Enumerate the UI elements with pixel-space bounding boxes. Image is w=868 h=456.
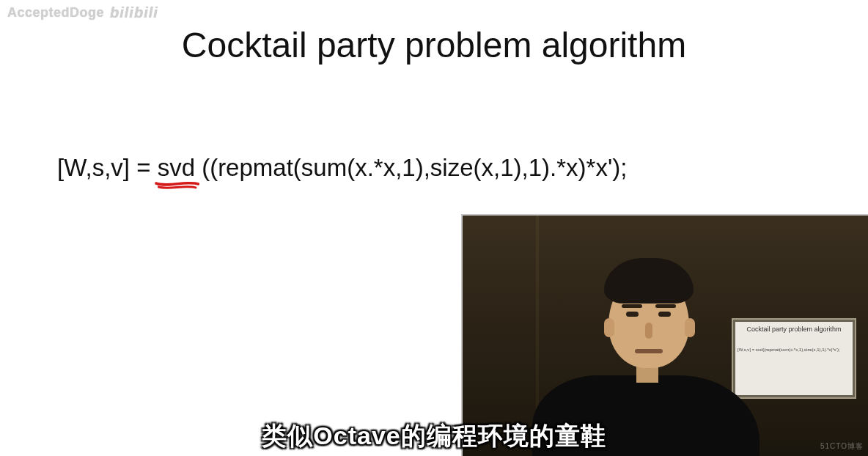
- top-left-watermarks: AcceptedDoge bilibili: [7, 4, 158, 21]
- formula-prefix: [W,s,v] =: [57, 154, 150, 182]
- video-subtitle: 类似Octave的编程环境的童鞋: [0, 419, 868, 453]
- site-logo-watermark: bilibili: [110, 4, 158, 21]
- slide-title: Cocktail party problem algorithm: [0, 25, 868, 65]
- uploader-watermark: AcceptedDoge: [7, 5, 104, 21]
- formula-suffix: ((repmat(sum(x.*x,1),size(x,1),1).*x)*x'…: [202, 154, 627, 182]
- formula-svd-token: svd: [158, 154, 195, 182]
- video-frame: AcceptedDoge bilibili Cocktail party pro…: [0, 0, 868, 456]
- hand-underline-icon: [155, 179, 199, 191]
- slide-formula: [W,s,v] = svd ((repmat(sum(x.*x,1),size(…: [57, 154, 839, 182]
- formula-svd-text: svd: [158, 154, 195, 182]
